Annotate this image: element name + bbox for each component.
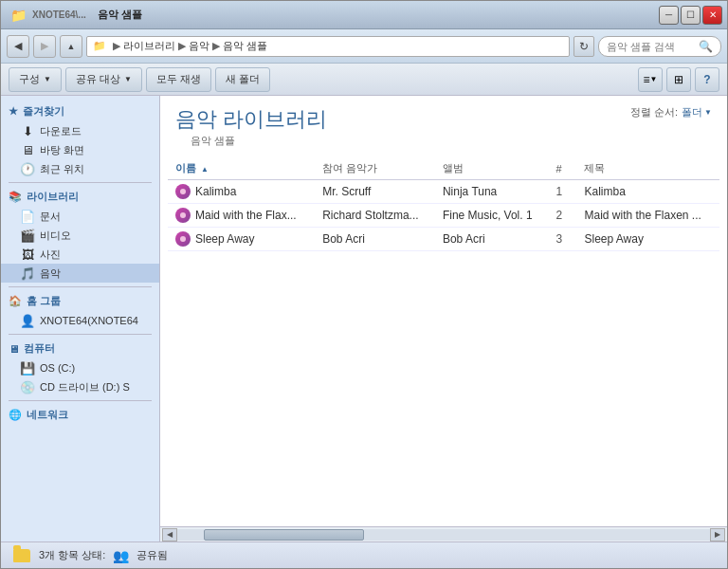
folder-status-icon xyxy=(12,546,31,565)
sidebar-item-documents[interactable]: 📄 문서 xyxy=(1,207,159,226)
track-artist-cell: Richard Stoltzma... xyxy=(315,204,435,228)
favorites-group: ★ 즐겨찾기 ⬇ 다운로드 🖥 바탕 화면 🕐 최근 위치 xyxy=(1,101,159,178)
computer-icon: 🖥 xyxy=(9,343,19,355)
search-icon[interactable]: 🔍 xyxy=(699,40,713,53)
new-folder-button[interactable]: 새 폴더 xyxy=(215,67,270,92)
drive-d-icon: 💿 xyxy=(20,379,35,395)
sidebar-item-homegroup-user[interactable]: 👤 XNOTE64(XNOTE64 xyxy=(1,311,159,330)
folder-icon-addr: 📁 xyxy=(93,40,106,52)
forward-button[interactable]: ▶ xyxy=(33,35,56,58)
help-button[interactable]: ? xyxy=(695,67,719,92)
sidebar-item-video[interactable]: 🎬 비디오 xyxy=(1,226,159,245)
track-album-cell: Fine Music, Vol. 1 xyxy=(435,204,549,228)
minimize-button[interactable]: ─ xyxy=(659,6,679,25)
scroll-right-button[interactable]: ▶ xyxy=(710,528,725,541)
drive-c-icon: 💾 xyxy=(20,360,35,376)
sidebar-item-drive-c[interactable]: 💾 OS (C:) xyxy=(1,358,159,377)
address-path[interactable]: 📁 ▶ 라이브러리 ▶ 음악 ▶ 음악 샘플 xyxy=(86,36,570,57)
sort-label: 정렬 순서: xyxy=(630,105,678,119)
title-path: 음악 샘플 xyxy=(98,9,142,20)
network-icon: 🌐 xyxy=(9,409,22,421)
sidebar-item-music[interactable]: 🎵 음악 xyxy=(1,264,159,283)
search-box: 🔍 xyxy=(598,36,721,57)
view-options-button[interactable]: ≡▼ xyxy=(638,67,663,92)
sort-value-button[interactable]: 폴더 ▼ xyxy=(682,105,712,119)
track-icon-3 xyxy=(175,231,191,247)
scroll-left-button[interactable]: ◀ xyxy=(162,528,177,541)
main-window: 📁 XNOTE64\... 음악 샘플 ─ ☐ ✕ ◀ ▶ ▲ 📁 ▶ 라이브러… xyxy=(0,0,728,569)
file-table: 이름 ▲ 참여 음악가 앨범 # xyxy=(160,157,727,526)
user-icon: 👤 xyxy=(20,313,35,328)
back-button[interactable]: ◀ xyxy=(7,35,29,58)
sidebar: ★ 즐겨찾기 ⬇ 다운로드 🖥 바탕 화면 🕐 최근 위치 xyxy=(1,96,160,541)
horizontal-scrollbar[interactable]: ◀ ▶ xyxy=(160,526,727,541)
scroll-thumb[interactable] xyxy=(204,529,364,541)
titlebar-left: 📁 XNOTE64\... 음악 샘플 xyxy=(10,8,142,23)
addressbar: ◀ ▶ ▲ 📁 ▶ 라이브러리 ▶ 음악 ▶ 음악 샘플 ↻ 🔍 xyxy=(1,29,727,64)
table-row[interactable]: Maid with the Flax... Richard Stoltzma..… xyxy=(168,204,719,228)
divider-1 xyxy=(9,182,152,183)
col-artist[interactable]: 참여 음악가 xyxy=(315,157,435,180)
network-header: 🌐 네트워크 xyxy=(1,405,159,425)
track-title-cell: Sleep Away xyxy=(576,228,719,251)
library-subtitle: 음악 샘플 xyxy=(175,134,327,154)
track-album-cell: Ninja Tuna xyxy=(435,180,549,204)
search-input[interactable] xyxy=(607,41,692,52)
recent-icon: 🕐 xyxy=(20,161,35,176)
library-title: 음악 라이브러리 xyxy=(175,105,327,134)
details-view-button[interactable]: ⊞ xyxy=(666,67,691,92)
downloads-icon: ⬇ xyxy=(20,123,35,138)
track-title-cell: Kalimba xyxy=(576,180,719,204)
library-header: 📚 라이브러리 xyxy=(1,187,159,207)
titlebar-buttons: ─ ☐ ✕ xyxy=(659,6,722,25)
table-row[interactable]: Kalimba Mr. Scruff Ninja Tuna 1 Kalimba xyxy=(168,180,719,204)
share-status-text: 공유됨 xyxy=(136,548,168,562)
refresh-button[interactable]: ↻ xyxy=(573,36,594,57)
up-button[interactable]: ▲ xyxy=(60,35,82,58)
scroll-track[interactable] xyxy=(177,529,710,541)
library-icon: 📚 xyxy=(9,191,22,203)
documents-icon: 📄 xyxy=(20,209,35,224)
library-group: 📚 라이브러리 📄 문서 🎬 비디오 🖼 사진 🎵 음악 xyxy=(1,187,159,283)
star-icon: ★ xyxy=(9,105,18,118)
col-album[interactable]: 앨범 xyxy=(435,157,549,180)
file-area: 음악 라이브러리 음악 샘플 정렬 순서: 폴더 ▼ 이 xyxy=(160,96,727,541)
file-header: 음악 라이브러리 음악 샘플 정렬 순서: 폴더 ▼ xyxy=(160,96,727,157)
maximize-button[interactable]: ☐ xyxy=(681,6,701,25)
homegroup-header: 🏠 홈 그룹 xyxy=(1,291,159,311)
music-icon: 🎵 xyxy=(20,266,35,281)
tracks-list: Kalimba Mr. Scruff Ninja Tuna 1 Kalimba xyxy=(168,180,719,251)
favorites-header: ★ 즐겨찾기 xyxy=(1,101,159,121)
computer-group: 🖥 컴퓨터 💾 OS (C:) 💿 CD 드라이브 (D:) S xyxy=(1,339,159,396)
toolbar: 구성 ▼ 공유 대상 ▼ 모두 재생 새 폴더 ≡▼ ⊞ ? xyxy=(1,64,727,96)
col-num[interactable]: # xyxy=(548,157,576,180)
sidebar-item-drive-d[interactable]: 💿 CD 드라이브 (D:) S xyxy=(1,377,159,396)
track-artist-cell: Bob Acri xyxy=(315,228,435,251)
path-segment-0: 라이브러리 xyxy=(123,39,175,53)
close-button[interactable]: ✕ xyxy=(702,6,722,25)
track-num-cell: 1 xyxy=(548,180,576,204)
sort-controls: 정렬 순서: 폴더 ▼ xyxy=(630,105,712,119)
sidebar-item-recent[interactable]: 🕐 최근 위치 xyxy=(1,159,159,178)
track-icon-1 xyxy=(175,184,191,199)
track-num-cell: 3 xyxy=(548,228,576,251)
play-all-button[interactable]: 모두 재생 xyxy=(146,67,211,92)
tracks-table: 이름 ▲ 참여 음악가 앨범 # xyxy=(168,157,719,251)
col-name[interactable]: 이름 ▲ xyxy=(168,157,315,180)
desktop-icon: 🖥 xyxy=(20,142,35,157)
sidebar-item-desktop[interactable]: 🖥 바탕 화면 xyxy=(1,140,159,159)
sidebar-item-photos[interactable]: 🖼 사진 xyxy=(1,245,159,264)
photos-icon: 🖼 xyxy=(20,247,35,262)
track-album-cell: Bob Acri xyxy=(435,228,549,251)
track-icon-2 xyxy=(175,208,191,223)
homegroup-group: 🏠 홈 그룹 👤 XNOTE64(XNOTE64 xyxy=(1,291,159,330)
table-row[interactable]: Sleep Away Bob Acri Bob Acri 3 Sleep Awa… xyxy=(168,228,719,251)
organize-button[interactable]: 구성 ▼ xyxy=(9,67,62,92)
sidebar-item-downloads[interactable]: ⬇ 다운로드 xyxy=(1,121,159,140)
statusbar: 3개 항목 상태: 👥 공유됨 xyxy=(1,541,727,568)
track-title-cell: Maid with the Flaxen ... xyxy=(576,204,719,228)
col-title[interactable]: 제목 xyxy=(576,157,719,180)
divider-2 xyxy=(9,286,152,287)
share-button[interactable]: 공유 대상 ▼ xyxy=(65,67,142,92)
homegroup-icon: 🏠 xyxy=(9,295,22,307)
